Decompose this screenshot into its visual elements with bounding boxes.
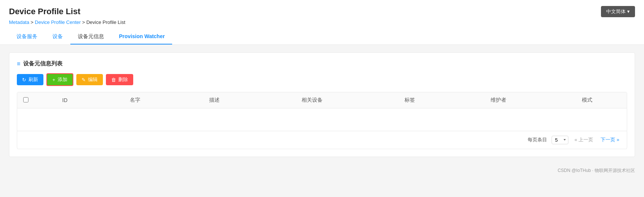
card-title-text: 设备元信息列表 <box>23 60 62 67</box>
add-icon: + <box>52 77 55 83</box>
table-header: ID 名字 描述 相关设备 标签 维护者 模式 <box>17 92 627 108</box>
refresh-label: 刷新 <box>28 76 38 83</box>
delete-label: 删除 <box>118 76 128 83</box>
prev-page-button[interactable]: « 上一页 <box>573 136 595 144</box>
refresh-button[interactable]: ↻ 刷新 <box>17 74 43 85</box>
delete-icon: 🗑 <box>111 77 116 83</box>
col-id: ID <box>34 92 95 108</box>
page-title: Device Profile List <box>9 7 80 16</box>
main-content: ≡ 设备元信息列表 ↻ 刷新 + 添加 ✎ 编辑 🗑 删除 <box>0 45 644 164</box>
breadcrumb: Metadata > Device Profile Center > Devic… <box>9 19 635 25</box>
toolbar: ↻ 刷新 + 添加 ✎ 编辑 🗑 删除 <box>17 73 627 86</box>
edit-label: 编辑 <box>88 76 98 83</box>
breadcrumb-current: Device Profile List <box>86 19 125 25</box>
col-maintainer: 维护者 <box>449 92 547 108</box>
col-tags: 标签 <box>370 92 449 108</box>
pagination: 每页条目 5 10 20 50 « 上一页 下一页 » <box>17 131 627 149</box>
col-checkbox <box>17 92 34 108</box>
add-button[interactable]: + 添加 <box>46 73 73 86</box>
tab-device-service[interactable]: 设备服务 <box>9 30 45 44</box>
page-size-select[interactable]: 5 10 20 50 <box>552 136 568 144</box>
breadcrumb-metadata[interactable]: Metadata <box>9 19 29 25</box>
col-mode: 模式 <box>547 92 627 108</box>
add-label: 添加 <box>58 76 67 83</box>
edit-button[interactable]: ✎ 编辑 <box>76 74 103 85</box>
title-row: Device Profile List 中文简体 ▾ <box>9 6 635 17</box>
edit-icon: ✎ <box>82 77 86 83</box>
col-related-device: 相关设备 <box>254 92 370 108</box>
tab-provision-watcher[interactable]: Provision Watcher <box>112 30 172 44</box>
content-card: ≡ 设备元信息列表 ↻ 刷新 + 添加 ✎ 编辑 🗑 删除 <box>9 52 635 157</box>
table-body <box>17 108 627 131</box>
delete-button[interactable]: 🗑 删除 <box>106 74 133 85</box>
col-desc: 描述 <box>175 92 254 108</box>
col-name: 名字 <box>95 92 175 108</box>
next-page-button[interactable]: 下一页 » <box>599 136 621 144</box>
list-icon: ≡ <box>17 61 20 67</box>
card-title: ≡ 设备元信息列表 <box>17 60 627 67</box>
page-header: Device Profile List 中文简体 ▾ Metadata > De… <box>0 0 644 45</box>
language-button[interactable]: 中文简体 ▾ <box>601 6 635 17</box>
tab-bar: 设备服务 设备 设备元信息 Provision Watcher <box>9 30 635 44</box>
table-container: ID 名字 描述 相关设备 标签 维护者 模式 每页条目 <box>17 92 627 149</box>
data-table: ID 名字 描述 相关设备 标签 维护者 模式 <box>17 92 627 131</box>
tab-device-meta[interactable]: 设备元信息 <box>70 30 112 44</box>
breadcrumb-device-profile-center[interactable]: Device Profile Center <box>35 19 81 25</box>
per-page-label: 每页条目 <box>528 136 547 143</box>
refresh-icon: ↻ <box>22 77 26 83</box>
select-all-checkbox[interactable] <box>23 97 28 102</box>
tab-device[interactable]: 设备 <box>45 30 70 44</box>
empty-cell <box>17 108 627 131</box>
footer-note: CSDN @IoTHub · 物联网开源技术社区 <box>0 164 644 177</box>
table-row <box>17 108 627 131</box>
